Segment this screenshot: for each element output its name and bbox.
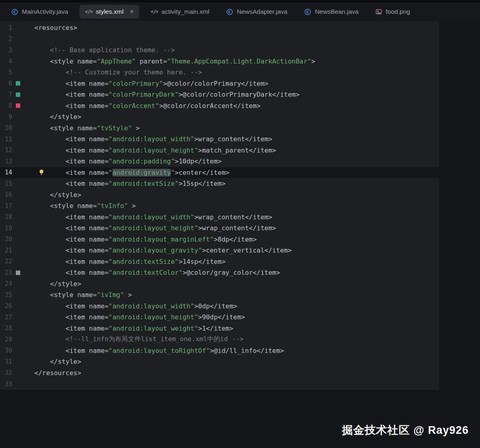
code-line-18[interactable]: 18 <item name="android:layout_width">wra… bbox=[0, 212, 439, 223]
code-line-20[interactable]: 20 <item name="android:layout_marginLeft… bbox=[0, 234, 439, 245]
code-text: <item name="android:layout_height">wrap_… bbox=[32, 224, 276, 232]
code-segment: >wrap_content</item> bbox=[194, 213, 272, 221]
code-line-15[interactable]: 15 <item name="android:textSize">15sp</i… bbox=[0, 178, 439, 189]
gutter: 10 bbox=[0, 123, 32, 134]
code-segment: <item name= bbox=[34, 80, 108, 87]
code-segment: <!--ll_info为布局文件list_item_one.xml中的id --… bbox=[66, 335, 244, 343]
tab-activity-main-xml[interactable]: </>activity_main.xml bbox=[145, 5, 215, 19]
tab-mainactivity-java[interactable]: CMainActivity.java bbox=[6, 5, 74, 19]
code-text: <style name="AppTheme" parent="Theme.App… bbox=[32, 57, 315, 65]
gutter: 28 bbox=[0, 323, 32, 334]
code-line-6[interactable]: 6 <item name="colorPrimary">@color/color… bbox=[0, 78, 439, 89]
code-segment: "tvStyle" bbox=[97, 124, 132, 132]
class-icon: C bbox=[11, 8, 18, 15]
color-preview-swatch[interactable] bbox=[16, 81, 20, 86]
tab-food-png[interactable]: food.png bbox=[370, 5, 416, 19]
gutter: 23 bbox=[0, 267, 32, 278]
code-text: <item name="android:layout_height">match… bbox=[32, 147, 276, 154]
code-segment: > bbox=[311, 57, 315, 65]
code-line-11[interactable]: 11 <item name="android:layout_width">wra… bbox=[0, 134, 439, 145]
code-segment: <style name= bbox=[34, 202, 97, 210]
svg-text:C: C bbox=[306, 10, 309, 14]
gutter: 7 bbox=[0, 89, 32, 100]
code-line-32[interactable]: 32</resources> bbox=[0, 367, 439, 379]
code-segment: <item name= bbox=[34, 213, 108, 221]
code-line-21[interactable]: 21 <item name="android:layout_gravity">c… bbox=[0, 245, 439, 256]
code-line-10[interactable]: 10 <style name="tvStyle" > bbox=[0, 123, 439, 134]
line-number: 1 bbox=[0, 24, 12, 32]
tab-newsbean-java[interactable]: CNewsBean.java bbox=[299, 5, 364, 19]
code-text: <!--ll_info为布局文件list_item_one.xml中的id --… bbox=[32, 335, 244, 344]
code-line-27[interactable]: 27 <item name="android:layout_height">90… bbox=[0, 312, 439, 323]
code-editor[interactable]: 1<resources>23 <!-- Base application the… bbox=[0, 21, 439, 390]
code-text: </style> bbox=[32, 358, 81, 365]
code-line-14[interactable]: 14 <item name="android:gravity">center</… bbox=[0, 167, 439, 178]
code-line-3[interactable]: 3 <!-- Base application theme. --> bbox=[0, 45, 439, 56]
code-line-22[interactable]: 22 <item name="android:textSize">14sp</i… bbox=[0, 256, 439, 268]
line-number: 2 bbox=[0, 35, 12, 42]
gutter: 32 bbox=[0, 367, 32, 379]
code-segment: <item name= bbox=[34, 236, 108, 243]
code-lines: 1<resources>23 <!-- Base application the… bbox=[0, 22, 439, 390]
code-segment: <item name= bbox=[34, 91, 108, 98]
code-line-29[interactable]: 29 <!--ll_info为布局文件list_item_one.xml中的id… bbox=[0, 334, 439, 345]
gutter: 31 bbox=[0, 356, 32, 367]
code-line-8[interactable]: 8 <item name="colorAccent">@color/colorA… bbox=[0, 100, 439, 112]
code-segment: " bbox=[108, 169, 113, 176]
color-preview-swatch[interactable] bbox=[16, 270, 20, 275]
code-line-31[interactable]: 31 </style> bbox=[0, 356, 439, 367]
line-number: 17 bbox=[0, 202, 12, 210]
code-segment: <!-- Customize your theme here. --> bbox=[66, 68, 202, 76]
code-segment: "android:padding" bbox=[108, 157, 175, 165]
gutter: 19 bbox=[0, 223, 32, 234]
code-line-23[interactable]: 23 <item name="android:textColor">@color… bbox=[0, 267, 439, 278]
code-line-12[interactable]: 12 <item name="android:layout_height">ma… bbox=[0, 145, 439, 156]
code-line-26[interactable]: 26 <item name="android:layout_width">0dp… bbox=[0, 301, 439, 312]
code-segment: <item name= bbox=[34, 157, 108, 165]
code-line-1[interactable]: 1<resources> bbox=[0, 22, 439, 34]
code-line-2[interactable]: 2 bbox=[0, 34, 439, 45]
code-line-4[interactable]: 4 <style name="AppTheme" parent="Theme.A… bbox=[0, 56, 439, 67]
code-line-9[interactable]: 9 </style> bbox=[0, 111, 439, 123]
tab-newsadapter-java[interactable]: CNewsAdapter.java bbox=[221, 5, 293, 19]
class-icon: C bbox=[304, 8, 311, 15]
code-segment: <item name= bbox=[34, 147, 108, 154]
code-line-19[interactable]: 19 <item name="android:layout_height">wr… bbox=[0, 223, 439, 234]
code-line-33[interactable]: 33 bbox=[0, 378, 439, 390]
code-segment: "android:layout_marginLeft" bbox=[108, 236, 214, 243]
gutter: 3 bbox=[0, 45, 32, 56]
code-line-5[interactable]: 5 <!-- Customize your theme here. --> bbox=[0, 67, 439, 78]
color-preview-swatch[interactable] bbox=[16, 104, 20, 108]
code-line-7[interactable]: 7 <item name="colorPrimaryDark">@color/c… bbox=[0, 89, 439, 100]
line-number: 10 bbox=[0, 124, 12, 132]
code-segment: parent= bbox=[136, 57, 167, 65]
color-preview-swatch[interactable] bbox=[16, 92, 20, 97]
code-line-16[interactable]: 16 </style> bbox=[0, 189, 439, 201]
code-line-13[interactable]: 13 <item name="android:padding">10dp</it… bbox=[0, 156, 439, 167]
code-segment: "android:layout_toRightOf" bbox=[108, 347, 210, 355]
window-top-edge bbox=[0, 0, 480, 2]
gutter: 14 bbox=[0, 167, 32, 178]
tab-styles-xml[interactable]: </>styles.xml× bbox=[79, 5, 139, 19]
code-segment: <item name= bbox=[34, 169, 108, 176]
intention-lightbulb-icon[interactable] bbox=[38, 169, 45, 176]
code-segment: "android:layout_height" bbox=[108, 224, 198, 232]
code-segment: >match_parent</item> bbox=[198, 147, 276, 154]
code-segment: "android:textSize" bbox=[108, 180, 178, 187]
line-number: 32 bbox=[0, 369, 12, 376]
code-line-25[interactable]: 25 <style name="ivImg" > bbox=[0, 289, 439, 301]
code-line-30[interactable]: 30 <item name="android:layout_toRightOf"… bbox=[0, 345, 439, 357]
code-segment: </style> bbox=[34, 358, 81, 365]
line-number: 23 bbox=[0, 269, 12, 276]
tab-label: styles.xml bbox=[96, 8, 123, 15]
code-segment: </style> bbox=[34, 113, 81, 121]
gutter: 33 bbox=[0, 378, 32, 390]
code-segment: <style name= bbox=[34, 291, 97, 299]
code-line-28[interactable]: 28 <item name="android:layout_weight">1<… bbox=[0, 323, 439, 334]
code-segment: </resources> bbox=[34, 369, 81, 377]
code-line-17[interactable]: 17 <style name="tvInfo" > bbox=[0, 200, 439, 212]
tab-close-icon[interactable]: × bbox=[130, 8, 134, 15]
watermark-text: 掘金技术社区 @ Ray926 bbox=[342, 423, 469, 437]
code-segment: >90dp</item> bbox=[198, 313, 245, 321]
code-line-24[interactable]: 24 </style> bbox=[0, 278, 439, 290]
